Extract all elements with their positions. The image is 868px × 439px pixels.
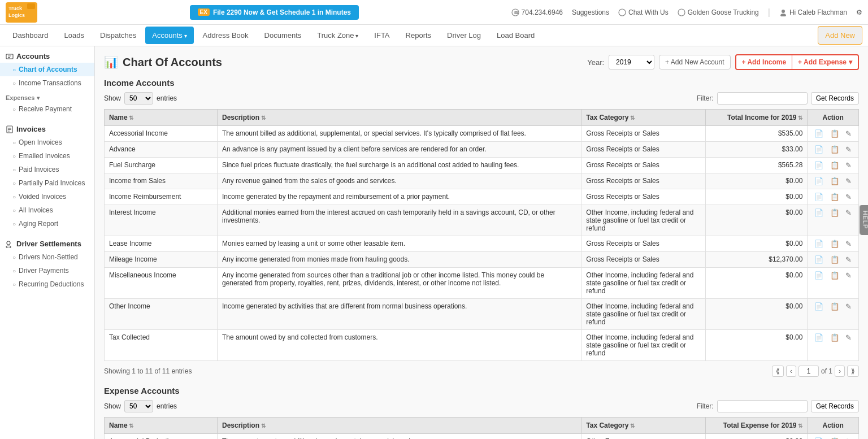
sidebar-item-income-transactions[interactable]: Income Transactions [0, 76, 94, 90]
show-entries-select[interactable]: 50 25 100 [124, 92, 153, 105]
col-name[interactable]: Name [105, 110, 218, 126]
sidebar-item-emailed-invoices[interactable]: Emailed Invoices [0, 149, 94, 163]
promo-button[interactable]: EX File 2290 Now & Get Schedule 1 in Min… [190, 5, 359, 20]
expense-col-description[interactable]: Description [218, 418, 581, 434]
edit-icon[interactable]: ✎ [843, 144, 854, 155]
col-total[interactable]: Total Income for 2019 [706, 110, 808, 126]
view-icon[interactable]: 📄 [812, 301, 826, 312]
nav-driver-log[interactable]: Driver Log [440, 27, 488, 44]
year-select[interactable]: 2019 2018 2017 2020 2021 [609, 55, 654, 69]
copy-icon[interactable]: 📋 [828, 436, 841, 439]
sidebar-item-receive-payment[interactable]: Receive Payment [0, 102, 94, 116]
settings-icon[interactable]: ⚙ [856, 8, 862, 16]
last-page-btn[interactable]: ⟫ [847, 366, 859, 377]
sidebar-item-drivers-non-settled[interactable]: Drivers Non-Settled [0, 250, 94, 264]
sidebar-item-recurring-deductions[interactable]: Recurring Deductions [0, 277, 94, 291]
expense-col-tax-category[interactable]: Tax Category [581, 418, 706, 434]
view-icon[interactable]: 📄 [812, 160, 826, 171]
view-icon[interactable]: 📄 [812, 128, 826, 139]
expense-col-total[interactable]: Total Expense for 2019 [706, 418, 808, 434]
nav-accounts[interactable]: Accounts [145, 27, 193, 44]
copy-icon[interactable]: 📋 [828, 176, 841, 186]
income-row-tax-category: Other Income, including federal and stat… [581, 299, 706, 330]
company-link[interactable]: Golden Goose Trucking [678, 8, 759, 16]
add-new-button[interactable]: Add New [818, 26, 862, 45]
page-input[interactable] [798, 366, 819, 377]
sidebar-item-paid-invoices[interactable]: Paid Invoices [0, 163, 94, 176]
copy-icon[interactable]: 📋 [828, 160, 841, 171]
edit-icon[interactable]: ✎ [843, 160, 854, 171]
edit-icon[interactable]: ✎ [843, 192, 854, 202]
nav-truck-zone[interactable]: Truck Zone [310, 27, 365, 44]
income-row-actions: 📄 📋 ✎ [808, 189, 859, 205]
phone-number[interactable]: ☎ 704.234.6946 [511, 8, 563, 16]
view-icon[interactable]: 📄 [812, 176, 826, 186]
edit-icon[interactable]: ✎ [843, 270, 854, 281]
view-icon[interactable]: 📄 [812, 254, 826, 265]
view-icon[interactable]: 📄 [812, 207, 826, 218]
suggestions-link[interactable]: Suggestions [572, 8, 609, 16]
sidebar-item-aging-report[interactable]: Aging Report [0, 217, 94, 231]
edit-icon[interactable]: ✎ [843, 436, 854, 439]
view-icon[interactable]: 📄 [812, 270, 826, 281]
edit-icon[interactable]: ✎ [843, 254, 854, 265]
income-row-tax-category: Other Income, including federal and stat… [581, 330, 706, 361]
logo[interactable]: Truck Logics [6, 2, 37, 23]
copy-icon[interactable]: 📋 [828, 207, 841, 218]
col-description[interactable]: Description [218, 110, 581, 126]
sidebar-item-voided-invoices[interactable]: Voided Invoices [0, 190, 94, 203]
view-icon[interactable]: 📄 [812, 332, 826, 343]
income-get-records-button[interactable]: Get Records [811, 92, 859, 105]
chat-link[interactable]: Chat With Us [618, 8, 669, 16]
next-page-btn[interactable]: › [835, 366, 845, 377]
copy-icon[interactable]: 📋 [828, 238, 841, 249]
nav-address-book[interactable]: Address Book [196, 27, 255, 44]
add-buttons-group: + Add Income + Add Expense [735, 54, 860, 70]
copy-icon[interactable]: 📋 [828, 270, 841, 281]
help-tab[interactable]: HELP [860, 205, 868, 234]
edit-icon[interactable]: ✎ [843, 238, 854, 249]
income-filter-input[interactable] [717, 92, 808, 105]
copy-icon[interactable]: 📋 [828, 192, 841, 202]
first-page-btn[interactable]: ⟪ [772, 366, 784, 377]
prev-page-btn[interactable]: ‹ [786, 366, 796, 377]
income-table-row: Interest Income Additional monies earned… [105, 205, 859, 236]
expense-show-entries-select[interactable]: 50 25 100 [124, 400, 153, 412]
col-tax-category[interactable]: Tax Category [581, 110, 706, 126]
view-icon[interactable]: 📄 [812, 238, 826, 249]
edit-icon[interactable]: ✎ [843, 207, 854, 218]
edit-icon[interactable]: ✎ [843, 176, 854, 186]
sidebar-item-partially-paid-invoices[interactable]: Partially Paid Invoices [0, 176, 94, 190]
edit-icon[interactable]: ✎ [843, 128, 854, 139]
edit-icon[interactable]: ✎ [843, 301, 854, 312]
sidebar-expenses[interactable]: Expenses [0, 90, 94, 102]
copy-icon[interactable]: 📋 [828, 301, 841, 312]
expense-get-records-button[interactable]: Get Records [811, 400, 859, 412]
edit-icon[interactable]: ✎ [843, 332, 854, 343]
copy-icon[interactable]: 📋 [828, 332, 841, 343]
sidebar-item-chart-of-accounts[interactable]: Chart of Accounts [0, 63, 94, 76]
view-icon[interactable]: 📄 [812, 436, 826, 439]
expense-filter-input[interactable] [717, 400, 808, 412]
sidebar-item-driver-payments[interactable]: Driver Payments [0, 264, 94, 277]
copy-icon[interactable]: 📋 [828, 128, 841, 139]
nav-load-board[interactable]: Load Board [490, 27, 541, 44]
expense-col-name[interactable]: Name [105, 418, 218, 434]
view-icon[interactable]: 📄 [812, 192, 826, 202]
copy-icon[interactable]: 📋 [828, 254, 841, 265]
add-new-account-button[interactable]: + Add New Account [659, 55, 730, 69]
user-menu[interactable]: Hi Caleb Flachman [779, 8, 847, 16]
sidebar-item-all-invoices[interactable]: All Invoices [0, 203, 94, 217]
sidebar-item-open-invoices[interactable]: Open Invoices [0, 136, 94, 149]
nav-documents[interactable]: Documents [258, 27, 309, 44]
nav-dashboard[interactable]: Dashboard [6, 27, 55, 44]
nav-loads[interactable]: Loads [58, 27, 91, 44]
income-section-title: Income Accounts [104, 78, 859, 88]
nav-dispatches[interactable]: Dispatches [93, 27, 143, 44]
view-icon[interactable]: 📄 [812, 144, 826, 155]
add-expense-button[interactable]: + Add Expense [792, 55, 858, 69]
nav-ifta[interactable]: IFTA [367, 27, 396, 44]
add-income-button[interactable]: + Add Income [736, 55, 793, 69]
nav-reports[interactable]: Reports [399, 27, 439, 44]
copy-icon[interactable]: 📋 [828, 144, 841, 155]
